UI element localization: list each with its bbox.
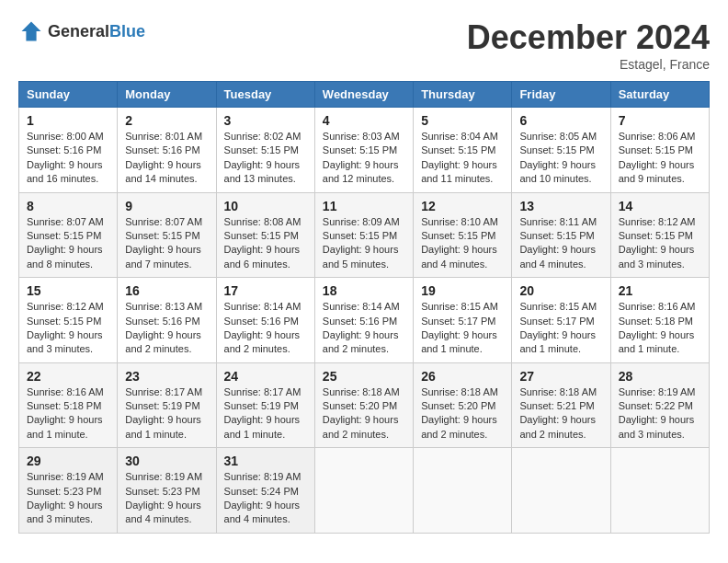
day-info: Sunrise: 8:19 AM Sunset: 5:23 PM Dayligh… [125,470,208,527]
calendar-cell: 19 Sunrise: 8:15 AM Sunset: 5:17 PM Dayl… [414,278,512,363]
day-number: 3 [224,113,307,128]
calendar-cell: 3 Sunrise: 8:02 AM Sunset: 5:15 PM Dayli… [216,108,314,193]
day-info: Sunrise: 8:18 AM Sunset: 5:20 PM Dayligh… [421,385,504,442]
day-info: Sunrise: 8:01 AM Sunset: 5:16 PM Dayligh… [125,130,208,187]
day-number: 30 [125,454,208,468]
day-number: 17 [224,283,307,298]
day-number: 16 [125,283,208,298]
svg-marker-0 [22,22,41,41]
week-row-5: 29 Sunrise: 8:19 AM Sunset: 5:23 PM Dayl… [19,448,710,534]
day-info: Sunrise: 8:12 AM Sunset: 5:15 PM Dayligh… [619,215,701,272]
calendar-cell [512,448,610,534]
weekday-header-saturday: Saturday [610,82,709,108]
calendar-cell: 29 Sunrise: 8:19 AM Sunset: 5:23 PM Dayl… [19,448,118,534]
weekday-header-wednesday: Wednesday [314,82,413,108]
day-info: Sunrise: 8:08 AM Sunset: 5:15 PM Dayligh… [224,215,307,272]
week-row-1: 1 Sunrise: 8:00 AM Sunset: 5:16 PM Dayli… [19,108,710,193]
title-block: December 2024 Estagel, France [467,18,710,72]
day-number: 4 [323,113,405,128]
day-info: Sunrise: 8:04 AM Sunset: 5:15 PM Dayligh… [421,130,504,187]
day-info: Sunrise: 8:17 AM Sunset: 5:19 PM Dayligh… [125,385,208,442]
day-info: Sunrise: 8:18 AM Sunset: 5:20 PM Dayligh… [323,385,405,442]
day-info: Sunrise: 8:16 AM Sunset: 5:18 PM Dayligh… [27,385,109,442]
day-info: Sunrise: 8:10 AM Sunset: 5:15 PM Dayligh… [421,215,504,272]
weekday-header-thursday: Thursday [414,82,512,108]
week-row-4: 22 Sunrise: 8:16 AM Sunset: 5:18 PM Dayl… [19,362,710,448]
day-info: Sunrise: 8:16 AM Sunset: 5:18 PM Dayligh… [619,300,701,357]
calendar-cell: 25 Sunrise: 8:18 AM Sunset: 5:20 PM Dayl… [314,362,413,448]
calendar-cell: 2 Sunrise: 8:01 AM Sunset: 5:16 PM Dayli… [118,108,216,193]
calendar-cell: 28 Sunrise: 8:19 AM Sunset: 5:22 PM Dayl… [610,362,709,448]
calendar-cell [414,448,512,534]
day-number: 26 [421,369,504,384]
calendar-cell: 8 Sunrise: 8:07 AM Sunset: 5:15 PM Dayli… [19,192,118,278]
month-title: December 2024 [467,18,710,57]
day-number: 31 [224,454,307,468]
day-info: Sunrise: 8:02 AM Sunset: 5:15 PM Dayligh… [224,130,307,187]
day-number: 14 [619,199,701,213]
calendar-cell: 13 Sunrise: 8:11 AM Sunset: 5:15 PM Dayl… [512,192,610,278]
day-number: 5 [421,113,504,128]
day-info: Sunrise: 8:19 AM Sunset: 5:23 PM Dayligh… [27,470,109,527]
day-info: Sunrise: 8:05 AM Sunset: 5:15 PM Dayligh… [519,130,602,187]
calendar-cell: 17 Sunrise: 8:14 AM Sunset: 5:16 PM Dayl… [216,278,314,363]
calendar-cell: 22 Sunrise: 8:16 AM Sunset: 5:18 PM Dayl… [19,362,118,448]
page-header: GeneralBlue December 2024 Estagel, Franc… [18,18,710,72]
calendar-cell: 15 Sunrise: 8:12 AM Sunset: 5:15 PM Dayl… [19,278,118,363]
day-number: 9 [125,199,208,213]
day-number: 20 [519,283,602,298]
day-info: Sunrise: 8:14 AM Sunset: 5:16 PM Dayligh… [323,300,405,357]
calendar-cell: 4 Sunrise: 8:03 AM Sunset: 5:15 PM Dayli… [314,108,413,193]
day-number: 25 [323,369,405,384]
day-number: 8 [27,199,109,213]
day-info: Sunrise: 8:15 AM Sunset: 5:17 PM Dayligh… [519,300,602,357]
weekday-header-monday: Monday [118,82,216,108]
day-info: Sunrise: 8:09 AM Sunset: 5:15 PM Dayligh… [323,215,405,272]
day-info: Sunrise: 8:13 AM Sunset: 5:16 PM Dayligh… [125,300,208,357]
day-info: Sunrise: 8:03 AM Sunset: 5:15 PM Dayligh… [323,130,405,187]
week-row-2: 8 Sunrise: 8:07 AM Sunset: 5:15 PM Dayli… [19,192,710,278]
calendar-cell: 18 Sunrise: 8:14 AM Sunset: 5:16 PM Dayl… [314,278,413,363]
weekday-header-tuesday: Tuesday [216,82,314,108]
calendar-cell: 6 Sunrise: 8:05 AM Sunset: 5:15 PM Dayli… [512,108,610,193]
day-number: 18 [323,283,405,298]
day-info: Sunrise: 8:12 AM Sunset: 5:15 PM Dayligh… [27,300,109,357]
calendar-cell: 14 Sunrise: 8:12 AM Sunset: 5:15 PM Dayl… [610,192,709,278]
calendar-cell: 20 Sunrise: 8:15 AM Sunset: 5:17 PM Dayl… [512,278,610,363]
calendar-cell: 27 Sunrise: 8:18 AM Sunset: 5:21 PM Dayl… [512,362,610,448]
calendar-cell: 7 Sunrise: 8:06 AM Sunset: 5:15 PM Dayli… [610,108,709,193]
day-info: Sunrise: 8:17 AM Sunset: 5:19 PM Dayligh… [224,385,307,442]
weekday-header-row: SundayMondayTuesdayWednesdayThursdayFrid… [19,82,710,108]
calendar-cell: 9 Sunrise: 8:07 AM Sunset: 5:15 PM Dayli… [118,192,216,278]
calendar-cell: 11 Sunrise: 8:09 AM Sunset: 5:15 PM Dayl… [314,192,413,278]
day-number: 22 [27,369,109,384]
day-info: Sunrise: 8:06 AM Sunset: 5:15 PM Dayligh… [619,130,701,187]
day-info: Sunrise: 8:11 AM Sunset: 5:15 PM Dayligh… [519,215,602,272]
weekday-header-sunday: Sunday [19,82,118,108]
day-info: Sunrise: 8:18 AM Sunset: 5:21 PM Dayligh… [519,385,602,442]
logo-icon [18,18,44,44]
logo-general: GeneralBlue [48,22,145,41]
calendar-cell: 23 Sunrise: 8:17 AM Sunset: 5:19 PM Dayl… [118,362,216,448]
day-number: 28 [619,369,701,384]
calendar-cell: 26 Sunrise: 8:18 AM Sunset: 5:20 PM Dayl… [414,362,512,448]
day-number: 13 [519,199,602,213]
day-info: Sunrise: 8:00 AM Sunset: 5:16 PM Dayligh… [27,130,109,187]
day-info: Sunrise: 8:07 AM Sunset: 5:15 PM Dayligh… [125,215,208,272]
day-number: 24 [224,369,307,384]
day-number: 2 [125,113,208,128]
day-number: 19 [421,283,504,298]
day-info: Sunrise: 8:19 AM Sunset: 5:24 PM Dayligh… [224,470,307,527]
calendar-cell: 1 Sunrise: 8:00 AM Sunset: 5:16 PM Dayli… [19,108,118,193]
calendar-cell [610,448,709,534]
calendar-cell: 5 Sunrise: 8:04 AM Sunset: 5:15 PM Dayli… [414,108,512,193]
day-number: 12 [421,199,504,213]
weekday-header-friday: Friday [512,82,610,108]
calendar-cell: 30 Sunrise: 8:19 AM Sunset: 5:23 PM Dayl… [118,448,216,534]
calendar-cell: 16 Sunrise: 8:13 AM Sunset: 5:16 PM Dayl… [118,278,216,363]
calendar-table: SundayMondayTuesdayWednesdayThursdayFrid… [18,81,710,534]
day-number: 6 [519,113,602,128]
day-number: 21 [619,283,701,298]
calendar-cell: 12 Sunrise: 8:10 AM Sunset: 5:15 PM Dayl… [414,192,512,278]
day-number: 27 [519,369,602,384]
